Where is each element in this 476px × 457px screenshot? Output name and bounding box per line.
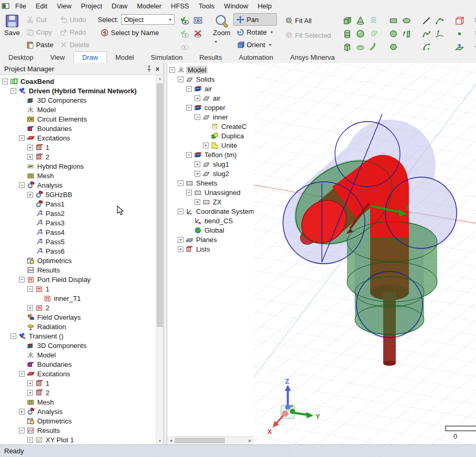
select-by-name-button[interactable]: SSelect by Name <box>98 26 175 39</box>
tree-item-model[interactable]: −Model <box>167 65 254 74</box>
p-cone-button[interactable] <box>353 14 367 27</box>
tree-item-model[interactable]: Model <box>0 105 156 114</box>
eye-dim-button[interactable] <box>178 27 191 40</box>
expand-toggle[interactable]: + <box>27 145 33 150</box>
tree-item-pass4[interactable]: Pass4 <box>0 227 156 237</box>
paste-button[interactable]: Paste <box>23 38 57 51</box>
tree-item-1[interactable]: +1 <box>0 143 156 152</box>
tree-item-driven-hybrid-terminal-network[interactable]: −Driven (Hybrid Terminal Network) <box>0 86 156 95</box>
tree-item-results[interactable]: −Results <box>0 426 156 435</box>
tree-item-sheets[interactable]: −Sheets <box>167 178 254 188</box>
collapse-toggle[interactable]: − <box>19 428 25 433</box>
fit-selected-button[interactable]: Fit Selected <box>282 29 334 41</box>
tree-item-pass3[interactable]: Pass3 <box>0 218 156 227</box>
tree-item-port-field-display[interactable]: −Port Field Display <box>0 275 156 284</box>
menu-item-hfss[interactable]: HFSS <box>166 1 194 11</box>
tree-item-excitations[interactable]: −Excitations <box>0 133 156 143</box>
menu-item-help[interactable]: Help <box>253 1 276 11</box>
tree-item-model[interactable]: Model <box>0 350 156 360</box>
l-line-button[interactable] <box>419 14 433 27</box>
tree-item-optimetrics[interactable]: Optimetrics <box>0 256 156 265</box>
tree-item-hybrid-regions[interactable]: Hybrid Regions <box>0 161 156 171</box>
p-torus-button[interactable] <box>353 40 367 52</box>
tree-item-analysis[interactable]: −Analysis <box>0 180 156 190</box>
plane-button[interactable] <box>452 40 466 52</box>
zoom-button[interactable]: Zoom ▼ <box>210 13 233 46</box>
tree-item-zx[interactable]: +ZX <box>167 197 254 206</box>
tab-automation[interactable]: Automation <box>230 52 282 63</box>
menu-item-tools[interactable]: Tools <box>194 1 219 11</box>
rotate-button[interactable]: Rotate▼ <box>233 26 276 38</box>
select-mode-dropdown[interactable]: Object▼ <box>121 14 175 25</box>
collapse-toggle[interactable]: − <box>2 79 8 84</box>
expand-toggle[interactable]: + <box>194 171 200 177</box>
collapse-toggle[interactable]: − <box>10 88 16 94</box>
hscrollbar-thumb[interactable] <box>175 438 225 443</box>
point-button[interactable] <box>452 27 466 40</box>
tree-item-air[interactable]: +air <box>167 93 254 103</box>
collapse-toggle[interactable]: − <box>186 190 192 195</box>
region-button[interactable] <box>452 14 466 27</box>
tab-model[interactable]: Model <box>107 52 142 63</box>
tab-ansys-minerva[interactable]: Ansys Minerva <box>282 52 343 63</box>
tree-item-excitations[interactable]: −Excitations <box>0 369 156 378</box>
tree-item-3d-components[interactable]: 3D Components <box>0 95 156 105</box>
expand-toggle[interactable]: + <box>19 409 25 415</box>
p-helix-button[interactable] <box>366 14 380 27</box>
p-bend-button[interactable] <box>366 40 380 52</box>
collapse-toggle[interactable]: − <box>27 286 33 292</box>
tree-item-bend-cs[interactable]: wbend_CS <box>167 216 254 225</box>
tree-item-solids[interactable]: −Solids <box>167 74 254 84</box>
expand-toggle[interactable]: + <box>194 161 200 167</box>
collapse-toggle[interactable]: − <box>178 209 183 214</box>
tree-item-pass6[interactable]: Pass6 <box>0 246 156 256</box>
tree-item-circuit-elements[interactable]: Circuit Elements <box>0 114 156 124</box>
tree-item-lists[interactable]: +Lists <box>167 244 254 254</box>
model-tree-hscrollbar[interactable]: ◀ ▶ <box>167 436 254 444</box>
p-spiral-button[interactable] <box>366 27 380 40</box>
save-button[interactable]: Save <box>1 13 23 38</box>
tree-item-mesh[interactable]: Mesh <box>0 171 156 180</box>
expand-toggle[interactable]: + <box>27 390 33 396</box>
tree-item-field-overlays[interactable]: Field Overlays <box>0 312 156 322</box>
menu-item-modeler[interactable]: Modeler <box>132 1 166 11</box>
tree-item-coordinate-systems[interactable]: −Coordinate Systems <box>167 206 254 216</box>
collapse-toggle[interactable]: − <box>19 135 25 141</box>
menu-item-project[interactable]: Project <box>76 1 106 11</box>
mirror-button[interactable]: Mirror <box>471 38 476 51</box>
tree-item-planes[interactable]: +Planes <box>167 235 254 244</box>
tree-item-1[interactable]: +1 <box>0 378 156 388</box>
tree-item-radiation[interactable]: Radiation <box>0 322 156 331</box>
close-icon[interactable]: × <box>153 65 161 73</box>
tree-item-unite[interactable]: +Unite <box>167 140 254 150</box>
redo-button[interactable]: Redo <box>57 26 93 38</box>
tree-item-mesh[interactable]: Mesh <box>0 397 156 407</box>
collapse-toggle[interactable]: − <box>186 86 192 92</box>
expand-toggle[interactable]: + <box>194 199 200 205</box>
tree-item-inner[interactable]: −inner <box>167 112 254 122</box>
3d-scene[interactable]: Y Z Y X 0 <box>254 63 476 444</box>
tab-simulation[interactable]: Simulation <box>142 52 191 63</box>
collapse-toggle[interactable]: − <box>19 182 25 188</box>
eye-show-button[interactable] <box>178 14 191 27</box>
collapse-toggle[interactable]: − <box>186 105 192 111</box>
l-spline-button[interactable] <box>419 27 433 40</box>
tree-item-slug2[interactable]: +slug2 <box>167 169 254 178</box>
tab-results[interactable]: Results <box>191 52 230 63</box>
menu-item-draw[interactable]: Draw <box>107 1 132 11</box>
menu-item-view[interactable]: View <box>52 1 76 11</box>
eye-window-button[interactable] <box>191 14 204 27</box>
undo-button[interactable]: Undo <box>57 13 93 26</box>
collapse-toggle[interactable]: − <box>10 333 16 339</box>
tab-desktop[interactable]: Desktop <box>0 52 42 63</box>
l-arc3-button[interactable] <box>432 14 446 27</box>
tree-item-boundaries[interactable]: Boundaries <box>0 360 156 369</box>
scroll-left-icon[interactable]: ◀ <box>167 439 175 443</box>
tree-item-5ghzbb[interactable]: +5GHzBB <box>0 190 156 199</box>
fit-all-button[interactable]: Fit All <box>282 14 334 27</box>
project-tree-scrollbar[interactable]: ▲ ▼ <box>156 75 164 444</box>
expand-toggle[interactable]: + <box>194 95 200 101</box>
eye-faint-button[interactable] <box>178 40 191 52</box>
pin-icon[interactable] <box>145 65 153 73</box>
tree-item-duplica[interactable]: Duplica <box>167 131 254 140</box>
